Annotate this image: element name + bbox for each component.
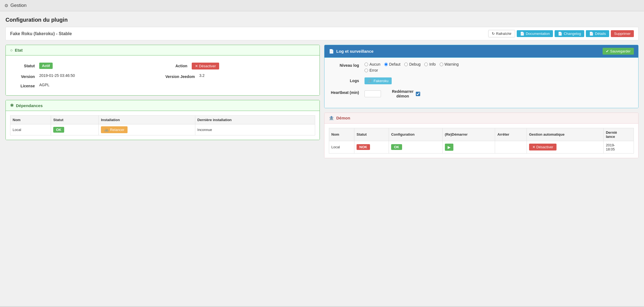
redemarrer-checkbox[interactable]: [416, 92, 420, 96]
page-title: Configuration du plugin: [5, 17, 639, 23]
version-jeedom-value: 3.2: [199, 73, 204, 78]
demon-derniere-cell: 2019-18:05: [603, 141, 634, 153]
supprimer-button[interactable]: Supprimer: [611, 30, 634, 37]
dep-col-installation: Installation: [99, 116, 195, 124]
statut-value: Actif: [39, 63, 53, 69]
radio-aucun[interactable]: Aucun: [365, 62, 380, 66]
etat-license-row: License AGPL: [13, 83, 160, 88]
dependances-panel-body: Nom Statut Installation Dernière install…: [6, 111, 320, 140]
dep-col-nom: Nom: [10, 116, 51, 124]
dependances-panel: ✻ Dépendances Nom Statut Installation De…: [5, 100, 320, 140]
details-button[interactable]: 📄 Détails: [586, 30, 609, 37]
desactiver-button[interactable]: ✕ Désactiver: [192, 63, 219, 69]
file-icon-3: 📄: [589, 32, 594, 36]
demon-header-row: Nom Statut Configuration (Re)Démarrer Ar…: [329, 128, 634, 141]
relancer-icon: 🚲: [104, 128, 109, 132]
version-jeedom-text: 3.2: [199, 73, 204, 78]
log-panel-heading: 📄 Log et surveillance ✔ Sauvegarder: [324, 45, 638, 58]
action-value: ✕ Désactiver: [192, 63, 219, 69]
radio-error-input[interactable]: [365, 69, 368, 72]
demon-heading-left: 🏦 Démon: [329, 116, 350, 121]
license-text: AGPL: [39, 83, 49, 87]
niveau-log-label: Niveau log: [329, 62, 359, 68]
radio-info-input[interactable]: [424, 63, 428, 66]
file-icon: 📄: [520, 32, 524, 36]
radio-defaut-input[interactable]: [384, 63, 388, 66]
radio-warning-input[interactable]: [440, 63, 443, 66]
demon-nom-cell: Local: [329, 141, 354, 153]
radio-debug-input[interactable]: [404, 63, 408, 66]
etat-panel: ○ Etat Statut Actif: [5, 45, 320, 96]
demon-desactiver-button[interactable]: ✕ Désactiver: [529, 144, 557, 150]
heartbeat-label: Heartbeat (min): [329, 89, 359, 95]
table-row: Local OK 🚲 Relancer: [10, 124, 315, 135]
statut-label: Statut: [13, 63, 35, 68]
rafraichir-button[interactable]: ↻ Rafraîchir: [488, 30, 515, 37]
license-value: AGPL: [39, 83, 49, 87]
heartbeat-controls: Redémarrerdémon: [365, 89, 420, 99]
demon-col-derniere: Dernièlance: [603, 128, 634, 141]
demon-gestion-cell: ✕ Désactiver: [527, 141, 603, 153]
logs-row: Logs 🔗 Fakeroku: [329, 77, 634, 84]
dep-derniere-cell: Inconnue: [195, 124, 315, 135]
demon-play-button[interactable]: ▶: [445, 144, 453, 151]
link-icon: 🔗: [368, 79, 372, 83]
demon-config-ok-badge: OK: [391, 144, 402, 150]
file-log-icon: 📄: [329, 49, 334, 54]
etat-version-row: Version 2019-01-25 03:46:50: [13, 73, 160, 79]
gear-icon: ⚙: [4, 3, 8, 8]
demon-table-head: Nom Statut Configuration (Re)Démarrer Ar…: [329, 128, 634, 141]
redemarrer-group: Redémarrerdémon: [392, 89, 420, 99]
radio-warning-label: Warning: [445, 62, 459, 66]
etat-action-row: Action ✕ Désactiver: [165, 63, 312, 69]
etat-version-jeedom-row: Version Jeedom 3.2: [165, 73, 312, 79]
refresh-icon: ↻: [492, 32, 495, 36]
radio-defaut[interactable]: Defaut: [384, 62, 400, 66]
changelog-button[interactable]: 📄 Changelog: [555, 30, 584, 37]
etat-statut-row: Statut Actif: [13, 63, 160, 69]
etat-heading-left: ○ Etat: [10, 48, 22, 52]
heartbeat-row: Heartbeat (min) Redémarrerdémon: [329, 89, 634, 99]
radio-warning[interactable]: Warning: [440, 62, 459, 66]
radio-info-label: Info: [429, 62, 436, 66]
dep-table-head: Nom Statut Installation Dernière install…: [10, 116, 315, 124]
fakeroku-log-button[interactable]: 🔗 Fakeroku: [365, 77, 392, 84]
radio-debug-label: Debug: [409, 62, 420, 66]
documentation-button[interactable]: 📄 Documentation: [517, 30, 553, 37]
window-title-bar: ⚙ Gestion: [0, 0, 644, 11]
asterisk-icon: ✻: [10, 103, 14, 108]
demon-redemarrer-cell: ▶: [442, 141, 495, 153]
redemarrer-label: Redémarrerdémon: [392, 89, 414, 99]
radio-debug[interactable]: Debug: [404, 62, 420, 66]
dep-nom-cell: Local: [10, 124, 51, 135]
circle-icon: ○: [10, 48, 13, 52]
license-label: License: [13, 83, 35, 88]
radio-error-label: Error: [369, 68, 378, 72]
demon-col-arreter: Arrêter: [495, 128, 527, 141]
sauvegarder-button[interactable]: ✔ Sauvegarder: [603, 48, 634, 55]
left-column: ○ Etat Statut Actif: [5, 45, 320, 163]
version-jeedom-label: Version Jeedom: [165, 73, 195, 79]
main-content: Configuration du plugin Fake Roku (faker…: [0, 11, 644, 306]
right-column: 📄 Log et surveillance ✔ Sauvegarder Nive…: [324, 45, 639, 163]
window-title: Gestion: [10, 3, 27, 8]
logs-label: Logs: [329, 77, 359, 83]
heartbeat-input[interactable]: [365, 90, 381, 97]
dep-ok-badge: OK: [53, 127, 64, 133]
bank-icon: 🏦: [329, 116, 334, 121]
radio-info[interactable]: Info: [424, 62, 436, 66]
radio-aucun-input[interactable]: [365, 63, 368, 66]
dep-col-derniere: Dernière installation: [195, 116, 315, 124]
relancer-button[interactable]: 🚲 Relancer: [101, 126, 128, 133]
dep-installation-cell: 🚲 Relancer: [99, 124, 195, 135]
action-label: Action: [165, 63, 187, 68]
etat-panel-heading: ○ Etat: [6, 45, 320, 55]
demon-col-redemarrer: (Re)Démarrer: [442, 128, 495, 141]
version-value: 2019-01-25 03:46:50: [39, 73, 75, 78]
demon-col-config: Configuration: [389, 128, 443, 141]
radio-error[interactable]: Error: [365, 68, 378, 72]
dep-col-statut: Statut: [51, 116, 99, 124]
plugin-header-title: Fake Roku (fakeroku) - Stable: [10, 31, 72, 36]
etat-panel-body: Statut Actif Action ✕ Désactiver: [6, 55, 320, 95]
demon-title: Démon: [336, 116, 350, 120]
